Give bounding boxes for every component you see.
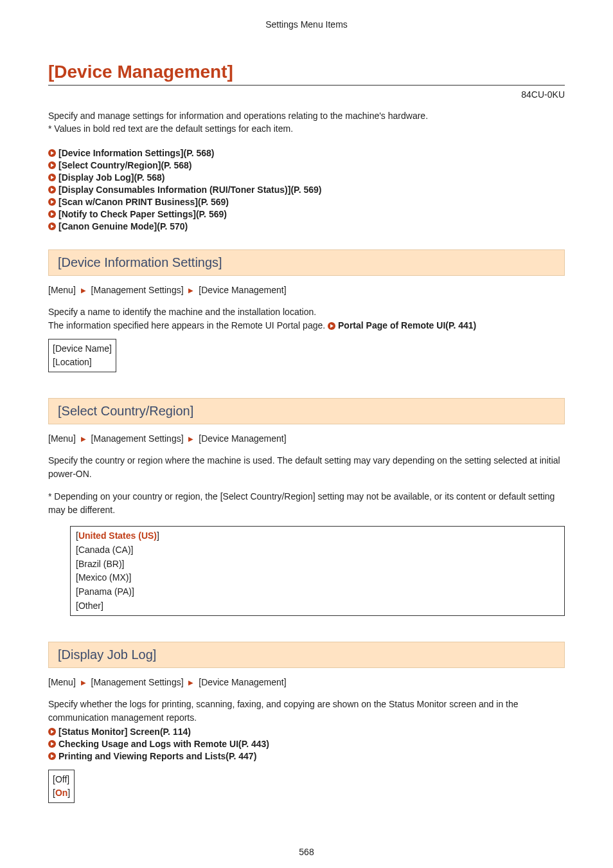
chevron-right-icon: ▶ — [78, 679, 89, 686]
xref-link[interactable]: [Status Monitor] Screen(P. 114) — [58, 727, 191, 737]
values-box: [Off] [On] — [48, 770, 75, 803]
values-box: [United States (US)] [Canada (CA)] [Braz… — [70, 526, 565, 616]
section-heading-device-info: [Device Information Settings] — [48, 249, 565, 276]
page-header: Settings Menu Items — [48, 19, 565, 30]
intro-line: Specify and manage settings for informat… — [48, 110, 565, 123]
arrow-circle-icon — [48, 740, 56, 748]
body-text: * Depending on your country or region, t… — [48, 490, 565, 517]
default-value: United States (US) — [78, 530, 157, 541]
intro-block: Specify and manage settings for informat… — [48, 110, 565, 135]
body-text: Specify the country or region where the … — [48, 454, 565, 481]
arrow-circle-icon — [48, 210, 56, 218]
toc-item[interactable]: [Display Job Log](P. 568) — [48, 172, 565, 183]
toc-link[interactable]: [Select Country/Region](P. 568) — [58, 160, 191, 170]
toc-item[interactable]: [Notify to Check Paper Settings](P. 569) — [48, 209, 565, 219]
toc-link[interactable]: [Display Job Log](P. 568) — [58, 172, 164, 183]
toc-item[interactable]: [Device Information Settings](P. 568) — [48, 148, 565, 158]
breadcrumb-seg: [Device Management] — [199, 285, 286, 295]
value-item: [Other] — [76, 599, 559, 613]
arrow-circle-icon — [328, 322, 335, 330]
value-item: [Brazil (BR)] — [76, 557, 559, 572]
arrow-circle-icon — [48, 752, 56, 760]
breadcrumb: [Menu] ▶ [Management Settings] ▶ [Device… — [48, 433, 565, 444]
chevron-right-icon: ▶ — [186, 679, 196, 686]
value-item: [Canada (CA)] — [76, 543, 559, 557]
breadcrumb: [Menu] ▶ [Management Settings] ▶ [Device… — [48, 285, 565, 295]
chevron-right-icon: ▶ — [186, 435, 196, 442]
value-item: [Mexico (MX)] — [76, 571, 559, 585]
breadcrumb-seg: [Management Settings] — [91, 677, 184, 687]
body-text: The information specified here appears i… — [48, 319, 565, 332]
section-body: Specify a name to identify the machine a… — [48, 305, 565, 332]
breadcrumb-seg: [Device Management] — [199, 677, 286, 687]
title-rule — [48, 85, 565, 86]
toc-link[interactable]: [Canon Genuine Mode](P. 570) — [58, 221, 188, 231]
arrow-circle-icon — [48, 186, 56, 194]
section-body: Specify the country or region where the … — [48, 454, 565, 517]
values-box: [Device Name] [Location] — [48, 339, 116, 372]
body-text: Specify a name to identify the machine a… — [48, 305, 565, 319]
toc-item[interactable]: [Scan w/Canon PRINT Business](P. 569) — [48, 197, 565, 207]
breadcrumb-seg: [Management Settings] — [91, 285, 184, 295]
arrow-circle-icon — [48, 161, 56, 169]
toc-item[interactable]: [Canon Genuine Mode](P. 570) — [48, 221, 565, 231]
intro-line: * Values in bold red text are the defaul… — [48, 123, 565, 136]
value-item: [Device Name] — [53, 342, 112, 356]
section-body: Specify whether the logs for printing, s… — [48, 698, 565, 761]
arrow-circle-icon — [48, 198, 56, 206]
arrow-circle-icon — [48, 174, 56, 181]
document-id: 84CU-0KU — [48, 89, 565, 100]
arrow-circle-icon — [48, 728, 56, 736]
toc-link[interactable]: [Notify to Check Paper Settings](P. 569) — [58, 209, 227, 219]
toc-link[interactable]: [Device Information Settings](P. 568) — [58, 148, 214, 158]
section-heading-job-log: [Display Job Log] — [48, 642, 565, 668]
page-number: 568 — [48, 847, 565, 857]
value-item: [United States (US)] — [76, 529, 559, 543]
toc-link[interactable]: [Display Consumables Information (RUI/To… — [58, 185, 321, 195]
arrow-circle-icon — [48, 149, 56, 157]
toc: [Device Information Settings](P. 568) [S… — [48, 148, 565, 231]
inline-xref[interactable]: Checking Usage and Logs with Remote UI(P… — [48, 739, 565, 749]
toc-link[interactable]: [Scan w/Canon PRINT Business](P. 569) — [58, 197, 229, 207]
value-item: [On] — [53, 786, 70, 800]
inline-xref[interactable]: Portal Page of Remote UI(P. 441) — [328, 320, 476, 330]
xref-link[interactable]: Checking Usage and Logs with Remote UI(P… — [58, 739, 269, 749]
xref-link[interactable]: Portal Page of Remote UI(P. 441) — [338, 320, 476, 330]
toc-item[interactable]: [Select Country/Region](P. 568) — [48, 160, 565, 170]
breadcrumb-seg: [Management Settings] — [91, 433, 184, 444]
chevron-right-icon: ▶ — [78, 287, 89, 294]
value-item: [Off] — [53, 773, 70, 786]
breadcrumb-seg: [Menu] — [48, 285, 76, 295]
chevron-right-icon: ▶ — [186, 287, 196, 294]
page-title: [Device Management] — [48, 62, 565, 82]
breadcrumb-seg: [Menu] — [48, 677, 76, 687]
value-item: [Panama (PA)] — [76, 585, 559, 599]
default-value: On — [55, 788, 67, 798]
section-heading-country: [Select Country/Region] — [48, 398, 565, 424]
inline-xref[interactable]: [Status Monitor] Screen(P. 114) — [48, 727, 565, 737]
inline-xref[interactable]: Printing and Viewing Reports and Lists(P… — [48, 751, 565, 761]
body-text: Specify whether the logs for printing, s… — [48, 698, 565, 725]
chevron-right-icon: ▶ — [78, 435, 89, 442]
xref-link[interactable]: Printing and Viewing Reports and Lists(P… — [58, 751, 256, 761]
breadcrumb-seg: [Menu] — [48, 433, 76, 444]
breadcrumb: [Menu] ▶ [Management Settings] ▶ [Device… — [48, 677, 565, 687]
body-text-span: The information specified here appears i… — [48, 320, 328, 330]
breadcrumb-seg: [Device Management] — [199, 433, 286, 444]
value-item: [Location] — [53, 356, 112, 369]
arrow-circle-icon — [48, 222, 56, 230]
toc-item[interactable]: [Display Consumables Information (RUI/To… — [48, 185, 565, 195]
